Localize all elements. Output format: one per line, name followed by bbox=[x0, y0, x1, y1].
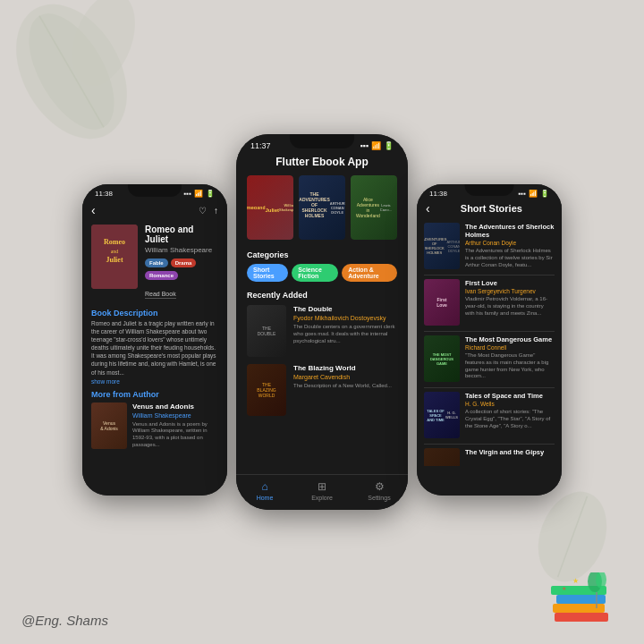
signal-icon: ▪▪▪ bbox=[183, 190, 191, 198]
categories-title: Categories bbox=[247, 250, 397, 259]
notch-center bbox=[290, 134, 354, 148]
notch-left bbox=[128, 184, 182, 197]
more-book-desc: Venus and Adonis is a poem by William Sh… bbox=[132, 421, 218, 449]
chip-action[interactable]: Action & Adventure bbox=[342, 264, 397, 282]
settings-icon: ⚙ bbox=[375, 480, 385, 493]
blazing-author: Margaret Cavendish bbox=[293, 374, 397, 380]
svg-line-2 bbox=[39, 16, 104, 128]
recent-item-blazing[interactable]: THEBLAZINGWORLD The Blazing World Margar… bbox=[247, 364, 397, 416]
tag-fable: Fable bbox=[145, 258, 168, 267]
app-title: Flutter Ebook App bbox=[236, 152, 408, 175]
double-author: Fyodor Mikhailovich Dostoyevsky bbox=[293, 315, 397, 321]
heart-icon[interactable]: ♡ bbox=[199, 206, 207, 216]
tales-desc: A collection of short stories: "The Crys… bbox=[465, 409, 555, 429]
svg-rect-8 bbox=[556, 595, 606, 604]
more-from-title: More from Author bbox=[91, 390, 218, 402]
explore-icon: ⊞ bbox=[318, 480, 326, 493]
book-tags: Fable Drama bbox=[145, 258, 218, 267]
venus-cover: Venus& Adonis bbox=[91, 402, 127, 449]
sherlock-story-author: Arthur Conan Doyle bbox=[465, 240, 555, 246]
book-author: William Shakespeare bbox=[145, 246, 218, 254]
sherlock-story-title: The Adventures of Sherlock Holmes bbox=[465, 223, 555, 239]
watermark: @Eng. Shams bbox=[21, 613, 108, 628]
dangerous-desc: "The Most Dangerous Game" features as it… bbox=[465, 352, 555, 380]
time-left: 11:38 bbox=[95, 190, 113, 198]
recent-item-double[interactable]: THEDOUBLE The Double Fyodor Mikhailovich… bbox=[247, 305, 397, 357]
blazing-desc: The Description of a New World, Called..… bbox=[293, 383, 397, 390]
signal-center: ▪▪▪ bbox=[360, 141, 369, 150]
svg-rect-6 bbox=[555, 613, 608, 622]
double-desc: The Double centers on a government clerk… bbox=[293, 324, 397, 344]
virgin-info: The Virgin and the Gipsy bbox=[465, 448, 555, 457]
sherlock-story-cover: ADVENTURES OF SHERLOCK HOLMESARTHUR CONA… bbox=[424, 223, 460, 269]
blazing-title: The Blazing World bbox=[293, 364, 397, 372]
chip-short-stories[interactable]: Short Stories bbox=[247, 264, 288, 282]
book-hero: RomeoandJuliet WilliamShakespeare Romeo … bbox=[82, 219, 227, 305]
book-stack-illustration: ★ ★ bbox=[546, 572, 617, 635]
romeo-cover-art: RomeoandJulietWilliamShakespeare bbox=[247, 175, 293, 240]
story-item-dangerous[interactable]: THE MOST DANGEROUS GAME The Most Dangero… bbox=[424, 335, 555, 382]
back-icon[interactable]: ‹ bbox=[91, 203, 96, 217]
bottom-nav: ⌂ Home ⊞ Explore ⚙ Settings bbox=[236, 474, 408, 510]
header-actions: ♡ ↑ bbox=[199, 206, 218, 216]
sherlock-story-info: The Adventures of Sherlock Holmes Arthur… bbox=[465, 223, 555, 268]
recent-info-double: The Double Fyodor Mikhailovich Dostoyevs… bbox=[293, 305, 397, 344]
status-icons-center: ▪▪▪ 📶 🔋 bbox=[360, 141, 394, 150]
virgin-title: The Virgin and the Gipsy bbox=[465, 448, 555, 456]
nav-home[interactable]: ⌂ Home bbox=[236, 480, 293, 501]
time-center: 11:37 bbox=[250, 141, 271, 150]
more-book-author: William Shakespeare bbox=[132, 412, 218, 419]
divider-4 bbox=[424, 444, 555, 445]
chip-sci-fi[interactable]: Science Fiction bbox=[292, 264, 338, 282]
more-book-item: Venus& Adonis Venus and Adonis William S… bbox=[91, 402, 218, 449]
carousel-sherlock[interactable]: THE ADVENTURES OFSHERLOCKHOLMESARTHUR CO… bbox=[299, 175, 345, 240]
background-leaf-top-left bbox=[0, 0, 152, 152]
svg-point-0 bbox=[0, 0, 149, 152]
book-tags-2: Romance bbox=[145, 271, 218, 280]
carousel-romeo[interactable]: RomeoandJulietWilliamShakespeare bbox=[247, 175, 293, 240]
more-book-info: Venus and Adonis William Shakespeare Ven… bbox=[132, 402, 218, 449]
stories-list: ADVENTURES OF SHERLOCK HOLMESARTHUR CONA… bbox=[417, 219, 562, 496]
carousel-alice[interactable]: AliceAdventuresinWonderlandLewisCarro... bbox=[351, 175, 397, 240]
double-cover: THEDOUBLE bbox=[247, 305, 286, 357]
left-nav-header: ‹ ♡ ↑ bbox=[82, 199, 227, 219]
book-info-left: Romeo and Juliet William Shakespeare Fab… bbox=[145, 225, 218, 300]
first-love-info: First Love Ivan Sergeyevich Turgenev Vla… bbox=[465, 279, 555, 317]
phone-right: 11:38 ▪▪▪ 📶 🔋 ‹ Short Stories ADVENTURES… bbox=[417, 184, 562, 496]
phones-container: 11:38 ▪▪▪ 📶 🔋 ‹ ♡ ↑ RomeoandJuliet bbox=[82, 134, 562, 510]
story-item-tales[interactable]: TALES OF SPACE AND TIMEH. G. WELLS Tales… bbox=[424, 392, 555, 438]
dangerous-author: Richard Connell bbox=[465, 344, 555, 351]
dangerous-info: The Most Dangerous Game Richard Connell … bbox=[465, 335, 555, 380]
wifi-right: 📶 bbox=[529, 190, 538, 198]
book-title: Romeo and Juliet bbox=[145, 225, 218, 244]
double-title: The Double bbox=[293, 305, 397, 313]
more-book-title: Venus and Adonis bbox=[132, 402, 218, 411]
sherlock-cover-art: THE ADVENTURES OFSHERLOCKHOLMESARTHUR CO… bbox=[299, 175, 345, 240]
recently-added-section: Recently Added THEDOUBLE The Double Fyod… bbox=[236, 285, 408, 428]
book-cover-romeo: RomeoandJuliet WilliamShakespeare bbox=[91, 225, 138, 289]
share-icon[interactable]: ↑ bbox=[214, 206, 218, 216]
first-love-author: Ivan Sergeyevich Turgenev bbox=[465, 288, 555, 294]
story-item-sherlock[interactable]: ADVENTURES OF SHERLOCK HOLMESARTHUR CONA… bbox=[424, 223, 555, 269]
first-love-desc: Vladimir Petrovich Voldemar, a 16-year-o… bbox=[465, 296, 555, 317]
phone-center: 11:37 ▪▪▪ 📶 🔋 Flutter Ebook App Romeoand… bbox=[236, 134, 408, 510]
alice-cover-art: AliceAdventuresinWonderlandLewisCarro... bbox=[351, 175, 397, 240]
signal-right: ▪▪▪ bbox=[518, 190, 526, 198]
book-description: Romeo and Juliet is a tragic play writte… bbox=[82, 319, 227, 377]
wifi-icon: 📶 bbox=[194, 190, 203, 198]
virgin-cover bbox=[424, 448, 460, 466]
show-more-link[interactable]: show more bbox=[82, 377, 227, 386]
read-book-button[interactable]: Read Book bbox=[145, 291, 176, 299]
sherlock-story-desc: The Adventures of Sherlock Holmes is a c… bbox=[465, 248, 555, 268]
nav-settings[interactable]: ⚙ Settings bbox=[351, 480, 408, 501]
tales-author: H. G. Wells bbox=[465, 401, 555, 407]
divider-1 bbox=[424, 275, 555, 275]
book-carousel: RomeoandJulietWilliamShakespeare THE ADV… bbox=[236, 175, 408, 247]
recently-title: Recently Added bbox=[247, 291, 397, 300]
blazing-cover: THEBLAZINGWORLD bbox=[247, 364, 286, 416]
divider-3 bbox=[424, 387, 555, 388]
story-item-virgin[interactable]: The Virgin and the Gipsy bbox=[424, 448, 555, 466]
nav-explore[interactable]: ⊞ Explore bbox=[293, 480, 351, 501]
story-item-first-love[interactable]: FirstLove First Love Ivan Sergeyevich Tu… bbox=[424, 279, 555, 326]
notch-right bbox=[465, 184, 514, 196]
